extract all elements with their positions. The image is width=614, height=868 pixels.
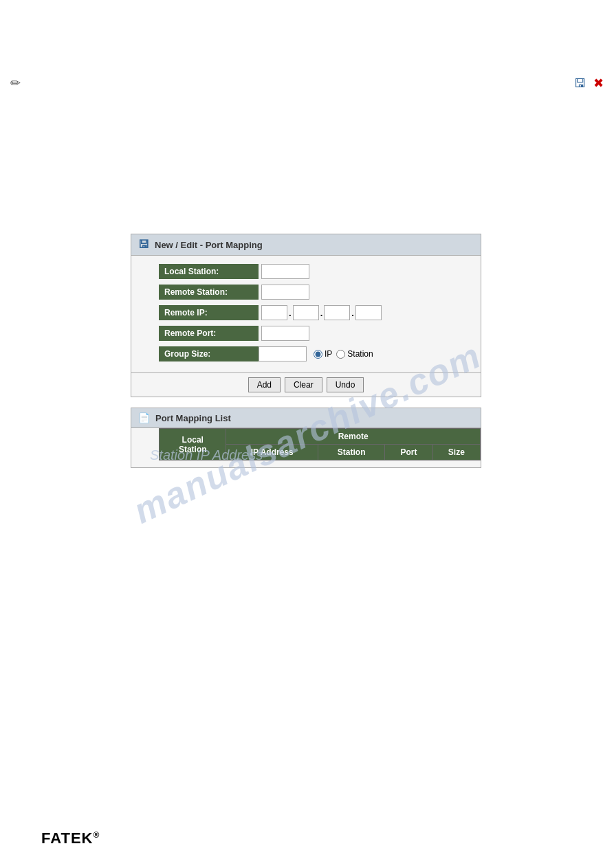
list-header: 📄 Port Mapping List: [131, 408, 481, 428]
top-toolbar: ✏ 🖫 ✖: [0, 76, 614, 91]
ip-dot-1: .: [287, 308, 293, 318]
remote-ip-inputs: . . .: [261, 305, 382, 320]
fatek-text: FATEK: [41, 830, 93, 847]
remote-ip-octet1[interactable]: [261, 305, 287, 320]
list-title: Port Mapping List: [155, 413, 231, 423]
col-ip-address: IP Address: [226, 445, 318, 460]
mapping-table: Local Station Remote IP Address Station …: [159, 428, 481, 460]
add-button[interactable]: Add: [248, 377, 281, 392]
remote-ip-octet4[interactable]: [355, 305, 382, 320]
undo-button[interactable]: Undo: [327, 377, 364, 392]
list-header-icon: 📄: [138, 412, 150, 423]
radio-ip[interactable]: [314, 350, 322, 359]
col-port: Port: [385, 445, 432, 460]
table-wrapper: Local Station Remote IP Address Station …: [131, 428, 481, 467]
radio-station-text: Station: [347, 349, 373, 359]
remote-station-input-wrapper: [261, 285, 309, 300]
remote-ip-octet2[interactable]: [293, 305, 319, 320]
new-edit-header-icon: 🖫: [138, 238, 149, 251]
remote-port-label: Remote Port:: [159, 326, 259, 341]
group-size-controls: IP Station: [259, 346, 373, 361]
radio-station-label[interactable]: Station: [336, 349, 373, 359]
local-station-row: Local Station:: [131, 263, 481, 280]
new-edit-header: 🖫 New / Edit - Port Mapping: [131, 234, 481, 256]
pencil-icon[interactable]: ✏: [10, 76, 21, 91]
group-size-label: Group Size:: [159, 346, 259, 361]
port-mapping-list-section: 📄 Port Mapping List Local Station Remote: [131, 408, 481, 468]
page-container: ✏ 🖫 ✖ 🖫 New / Edit - Port Mapping Local …: [0, 0, 614, 868]
remote-ip-label: Remote IP:: [159, 305, 259, 320]
remote-station-row: Remote Station:: [131, 283, 481, 301]
close-icon[interactable]: ✖: [593, 76, 604, 91]
ip-dot-3: .: [350, 308, 355, 318]
remote-station-input[interactable]: [261, 285, 309, 300]
ip-dot-2: .: [319, 308, 325, 318]
group-size-input[interactable]: [259, 346, 307, 361]
radio-ip-label[interactable]: IP: [314, 349, 332, 359]
remote-port-input-wrapper: [261, 326, 309, 341]
col-size: Size: [432, 445, 480, 460]
fatek-registered: ®: [93, 830, 100, 840]
right-toolbar: 🖫 ✖: [574, 76, 604, 91]
radio-ip-text: IP: [325, 349, 332, 359]
col-remote-station: Station: [318, 445, 384, 460]
form-body: Local Station: Remote Station: Remote IP…: [131, 256, 481, 372]
col-local-station: Local Station: [160, 429, 226, 460]
fatek-brand: FATEK®: [41, 830, 100, 847]
col-remote-header: Remote: [226, 429, 481, 445]
new-edit-title: New / Edit - Port Mapping: [155, 240, 263, 250]
remote-ip-octet3[interactable]: [324, 305, 350, 320]
remote-ip-row: Remote IP: . . .: [131, 304, 481, 322]
local-station-label: Local Station:: [159, 264, 259, 279]
group-size-radio-group: IP Station: [314, 349, 373, 359]
local-station-input[interactable]: [261, 264, 309, 279]
form-buttons: Add Clear Undo: [131, 372, 481, 397]
radio-station[interactable]: [336, 350, 345, 359]
new-edit-section: 🖫 New / Edit - Port Mapping Local Statio…: [131, 234, 481, 397]
clear-button[interactable]: Clear: [285, 377, 322, 392]
group-size-row: Group Size: IP Station: [131, 345, 481, 363]
main-content: 🖫 New / Edit - Port Mapping Local Statio…: [131, 234, 481, 468]
remote-station-label: Remote Station:: [159, 285, 259, 300]
remote-port-row: Remote Port:: [131, 324, 481, 342]
remote-port-input[interactable]: [261, 326, 309, 341]
save-icon[interactable]: 🖫: [574, 76, 586, 91]
local-station-input-wrapper: [261, 264, 309, 279]
